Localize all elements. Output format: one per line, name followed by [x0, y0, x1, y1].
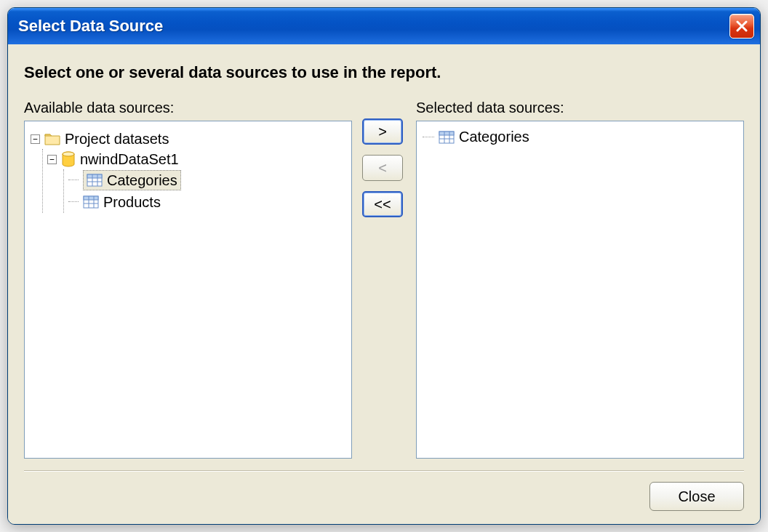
available-listbox[interactable]: − Project datasets −: [24, 121, 352, 459]
tree-leaf-products[interactable]: Products: [68, 191, 345, 213]
tree-children-level1: − nwindDataSet1: [42, 149, 345, 213]
dialog-content: Select one or several data sources to us…: [8, 44, 760, 524]
tree-children-level2: Categories: [63, 169, 345, 213]
available-column: Available data sources: − Project datase…: [24, 100, 352, 459]
folder-icon: [44, 132, 60, 145]
tree-leaf-selected: Categories: [83, 170, 181, 190]
table-icon: [87, 174, 103, 187]
table-icon: [439, 131, 455, 144]
remove-all-button[interactable]: <<: [362, 191, 403, 217]
svg-rect-8: [84, 196, 98, 200]
selected-column: Selected data sources: Categories: [416, 100, 744, 459]
selected-listbox[interactable]: Categories: [416, 121, 744, 459]
tree-expander[interactable]: −: [47, 155, 57, 164]
tree-connector: [423, 137, 434, 137]
svg-rect-13: [439, 132, 454, 135]
tree-node-label: nwindDataSet1: [80, 151, 179, 168]
tree-expander[interactable]: −: [31, 134, 40, 144]
close-icon: [735, 20, 748, 33]
table-icon: [83, 196, 99, 209]
dialog-footer: Close: [24, 482, 744, 511]
selected-item-label: Categories: [459, 129, 529, 145]
add-button[interactable]: >: [362, 118, 403, 145]
transfer-buttons-column: > < <<: [362, 100, 406, 459]
tree-leaf-label: Products: [103, 194, 161, 211]
selected-label: Selected data sources:: [416, 100, 744, 116]
dialog-window: Select Data Source Select one or several…: [7, 7, 761, 525]
tree-node-label: Project datasets: [65, 131, 169, 148]
svg-rect-3: [87, 174, 102, 178]
database-icon: [61, 151, 76, 167]
tree-node-root[interactable]: − Project datasets: [31, 129, 345, 149]
remove-button[interactable]: <: [362, 155, 403, 181]
available-label: Available data sources:: [24, 100, 352, 116]
selected-item-row[interactable]: Categories: [423, 129, 737, 145]
footer-divider: [24, 470, 744, 472]
titlebar: Select Data Source: [8, 8, 760, 44]
window-title: Select Data Source: [18, 17, 729, 36]
tree-node-dataset[interactable]: − nwindDataSet1: [47, 149, 345, 169]
columns-layout: Available data sources: − Project datase…: [24, 100, 744, 459]
tree-leaf-categories[interactable]: Categories: [68, 169, 345, 191]
window-close-button[interactable]: [729, 14, 754, 39]
close-button[interactable]: Close: [649, 482, 744, 511]
instruction-text: Select one or several data sources to us…: [24, 63, 744, 82]
tree-leaf-label: Categories: [107, 172, 177, 189]
svg-point-1: [63, 152, 74, 156]
